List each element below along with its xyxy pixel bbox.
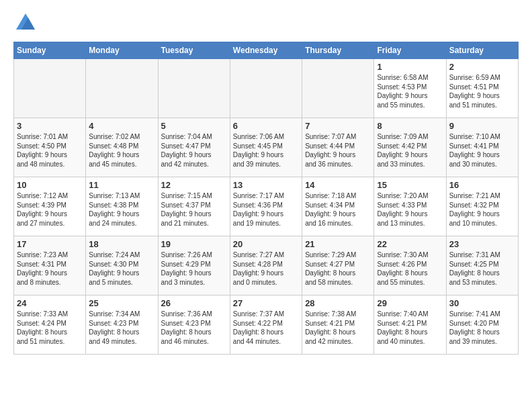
day-number: 17	[17, 239, 83, 249]
day-cell: 24Sunrise: 7:33 AM Sunset: 4:24 PM Dayli…	[14, 295, 86, 355]
day-cell: 7Sunrise: 7:07 AM Sunset: 4:44 PM Daylig…	[302, 118, 374, 177]
day-number: 4	[89, 121, 154, 131]
day-cell: 11Sunrise: 7:13 AM Sunset: 4:38 PM Dayli…	[86, 177, 158, 236]
day-info: Sunrise: 7:31 AM Sunset: 4:25 PM Dayligh…	[449, 250, 515, 287]
day-info: Sunrise: 7:26 AM Sunset: 4:29 PM Dayligh…	[161, 250, 227, 287]
day-number: 5	[161, 121, 227, 131]
day-cell	[14, 59, 86, 118]
day-info: Sunrise: 7:36 AM Sunset: 4:23 PM Dayligh…	[161, 310, 227, 346]
day-number: 13	[233, 180, 299, 190]
week-row-5: 24Sunrise: 7:33 AM Sunset: 4:24 PM Dayli…	[14, 295, 519, 355]
day-number: 23	[449, 239, 515, 249]
day-number: 27	[233, 298, 299, 308]
day-cell: 9Sunrise: 7:10 AM Sunset: 4:41 PM Daylig…	[446, 118, 518, 177]
weekday-header: SundayMondayTuesdayWednesdayThursdayFrid…	[14, 42, 519, 59]
day-number: 21	[305, 239, 371, 249]
week-row-4: 17Sunrise: 7:23 AM Sunset: 4:31 PM Dayli…	[14, 236, 519, 295]
day-number: 16	[449, 180, 515, 190]
day-info: Sunrise: 7:24 AM Sunset: 4:30 PM Dayligh…	[89, 250, 154, 287]
day-cell: 8Sunrise: 7:09 AM Sunset: 4:42 PM Daylig…	[374, 118, 446, 177]
day-number: 2	[449, 62, 515, 72]
day-info: Sunrise: 7:10 AM Sunset: 4:41 PM Dayligh…	[449, 132, 515, 169]
day-cell: 21Sunrise: 7:29 AM Sunset: 4:27 PM Dayli…	[302, 236, 374, 295]
day-cell: 16Sunrise: 7:21 AM Sunset: 4:32 PM Dayli…	[446, 177, 518, 236]
day-cell	[230, 59, 302, 118]
day-cell: 22Sunrise: 7:30 AM Sunset: 4:26 PM Dayli…	[374, 236, 446, 295]
day-number: 8	[377, 121, 443, 131]
day-info: Sunrise: 7:06 AM Sunset: 4:45 PM Dayligh…	[233, 132, 299, 169]
day-info: Sunrise: 7:07 AM Sunset: 4:44 PM Dayligh…	[305, 132, 371, 169]
day-number: 12	[161, 180, 227, 190]
day-info: Sunrise: 7:33 AM Sunset: 4:24 PM Dayligh…	[17, 310, 83, 346]
day-cell	[158, 59, 230, 118]
day-cell: 15Sunrise: 7:20 AM Sunset: 4:33 PM Dayli…	[374, 177, 446, 236]
calendar-body: 1Sunrise: 6:58 AM Sunset: 4:53 PM Daylig…	[14, 59, 519, 355]
day-info: Sunrise: 6:59 AM Sunset: 4:51 PM Dayligh…	[449, 73, 515, 109]
day-number: 10	[17, 180, 83, 190]
day-number: 24	[17, 298, 83, 308]
day-cell: 14Sunrise: 7:18 AM Sunset: 4:34 PM Dayli…	[302, 177, 374, 236]
day-info: Sunrise: 7:40 AM Sunset: 4:21 PM Dayligh…	[377, 310, 443, 346]
day-cell: 1Sunrise: 6:58 AM Sunset: 4:53 PM Daylig…	[374, 59, 446, 118]
week-row-1: 1Sunrise: 6:58 AM Sunset: 4:53 PM Daylig…	[14, 59, 519, 118]
page: SundayMondayTuesdayWednesdayThursdayFrid…	[0, 0, 532, 361]
day-cell: 3Sunrise: 7:01 AM Sunset: 4:50 PM Daylig…	[14, 118, 86, 177]
day-cell: 30Sunrise: 7:41 AM Sunset: 4:20 PM Dayli…	[446, 295, 518, 355]
week-row-3: 10Sunrise: 7:12 AM Sunset: 4:39 PM Dayli…	[14, 177, 519, 236]
day-info: Sunrise: 7:15 AM Sunset: 4:37 PM Dayligh…	[161, 191, 227, 228]
weekday-friday: Friday	[374, 42, 446, 59]
day-cell: 6Sunrise: 7:06 AM Sunset: 4:45 PM Daylig…	[230, 118, 302, 177]
day-number: 15	[377, 180, 443, 190]
day-cell: 27Sunrise: 7:37 AM Sunset: 4:22 PM Dayli…	[230, 295, 302, 355]
day-cell	[302, 59, 374, 118]
day-cell: 23Sunrise: 7:31 AM Sunset: 4:25 PM Dayli…	[446, 236, 518, 295]
day-cell: 28Sunrise: 7:38 AM Sunset: 4:21 PM Dayli…	[302, 295, 374, 355]
day-info: Sunrise: 7:12 AM Sunset: 4:39 PM Dayligh…	[17, 191, 83, 228]
day-cell: 25Sunrise: 7:34 AM Sunset: 4:23 PM Dayli…	[86, 295, 158, 355]
day-info: Sunrise: 7:37 AM Sunset: 4:22 PM Dayligh…	[233, 310, 299, 346]
day-cell: 13Sunrise: 7:17 AM Sunset: 4:36 PM Dayli…	[230, 177, 302, 236]
day-number: 7	[305, 121, 371, 131]
day-number: 26	[161, 298, 227, 308]
logo-icon	[13, 11, 38, 35]
day-number: 20	[233, 239, 299, 249]
day-info: Sunrise: 7:38 AM Sunset: 4:21 PM Dayligh…	[305, 310, 371, 346]
day-info: Sunrise: 7:29 AM Sunset: 4:27 PM Dayligh…	[305, 250, 371, 287]
day-info: Sunrise: 7:34 AM Sunset: 4:23 PM Dayligh…	[89, 310, 154, 346]
weekday-sunday: Sunday	[14, 42, 86, 59]
day-cell: 20Sunrise: 7:27 AM Sunset: 4:28 PM Dayli…	[230, 236, 302, 295]
day-info: Sunrise: 7:09 AM Sunset: 4:42 PM Dayligh…	[377, 132, 443, 169]
day-info: Sunrise: 7:21 AM Sunset: 4:32 PM Dayligh…	[449, 191, 515, 228]
day-number: 9	[449, 121, 515, 131]
day-cell: 18Sunrise: 7:24 AM Sunset: 4:30 PM Dayli…	[86, 236, 158, 295]
day-number: 1	[377, 62, 443, 72]
day-info: Sunrise: 7:30 AM Sunset: 4:26 PM Dayligh…	[377, 250, 443, 287]
day-info: Sunrise: 7:27 AM Sunset: 4:28 PM Dayligh…	[233, 250, 299, 287]
calendar: SundayMondayTuesdayWednesdayThursdayFrid…	[13, 42, 519, 355]
day-info: Sunrise: 7:20 AM Sunset: 4:33 PM Dayligh…	[377, 191, 443, 228]
day-number: 28	[305, 298, 371, 308]
day-info: Sunrise: 7:02 AM Sunset: 4:48 PM Dayligh…	[89, 132, 154, 169]
day-info: Sunrise: 7:13 AM Sunset: 4:38 PM Dayligh…	[89, 191, 154, 228]
day-info: Sunrise: 7:17 AM Sunset: 4:36 PM Dayligh…	[233, 191, 299, 228]
day-cell: 5Sunrise: 7:04 AM Sunset: 4:47 PM Daylig…	[158, 118, 230, 177]
day-number: 29	[377, 298, 443, 308]
day-number: 6	[233, 121, 299, 131]
day-cell: 10Sunrise: 7:12 AM Sunset: 4:39 PM Dayli…	[14, 177, 86, 236]
day-cell: 17Sunrise: 7:23 AM Sunset: 4:31 PM Dayli…	[14, 236, 86, 295]
day-cell: 4Sunrise: 7:02 AM Sunset: 4:48 PM Daylig…	[86, 118, 158, 177]
day-cell	[86, 59, 158, 118]
day-number: 11	[89, 180, 154, 190]
day-number: 30	[449, 298, 515, 308]
weekday-thursday: Thursday	[302, 42, 374, 59]
header	[13, 11, 519, 35]
day-number: 3	[17, 121, 83, 131]
day-cell: 19Sunrise: 7:26 AM Sunset: 4:29 PM Dayli…	[158, 236, 230, 295]
day-number: 18	[89, 239, 154, 249]
day-number: 19	[161, 239, 227, 249]
weekday-saturday: Saturday	[446, 42, 518, 59]
day-cell: 2Sunrise: 6:59 AM Sunset: 4:51 PM Daylig…	[446, 59, 518, 118]
day-number: 22	[377, 239, 443, 249]
day-info: Sunrise: 7:41 AM Sunset: 4:20 PM Dayligh…	[449, 310, 515, 346]
weekday-tuesday: Tuesday	[158, 42, 230, 59]
